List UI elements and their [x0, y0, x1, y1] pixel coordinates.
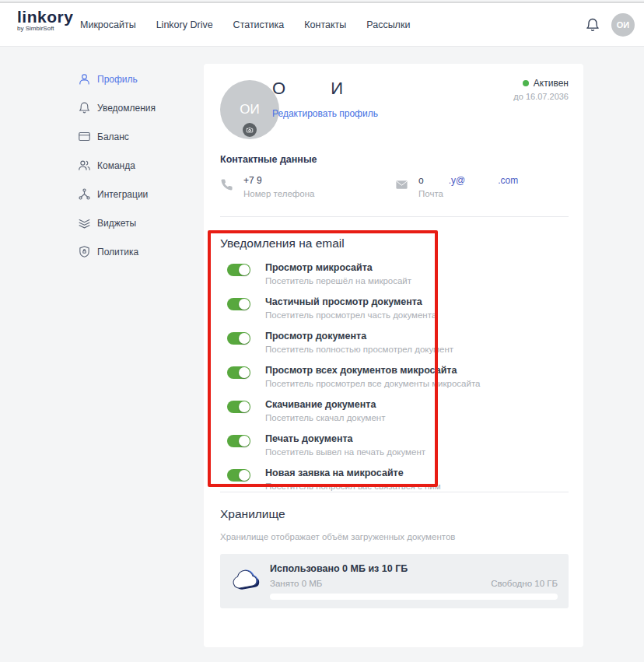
phone-value: +7 9	[243, 175, 314, 187]
storage-used-line: Использовано 0 МБ из 10 ГБ	[270, 563, 558, 574]
last-name: И	[331, 78, 343, 100]
notification-row-microsite-view: Просмотр микросайта Посетитель перешёл н…	[220, 262, 569, 285]
policy-shield-icon	[78, 245, 91, 258]
nav-item-mailings[interactable]: Рассылки	[366, 19, 410, 30]
card-icon	[78, 130, 91, 143]
sidebar-item-label: Команда	[97, 160, 135, 171]
storage-used-label: Занято 0 МБ	[270, 579, 322, 588]
profile-sidebar: Профиль Уведомления Баланс Команда	[78, 72, 194, 274]
toggle-partial-document-view[interactable]	[227, 298, 250, 310]
phone-icon	[220, 178, 233, 191]
nav-item-contacts[interactable]: Контакты	[304, 19, 346, 30]
notification-row-partial-document-view: Частичный просмотр документа Посетитель …	[220, 296, 569, 320]
toggle-microsite-view[interactable]	[227, 264, 250, 276]
sidebar-item-balance[interactable]: Баланс	[78, 130, 194, 143]
section-divider	[220, 492, 569, 492]
top-navbar: linkory by SimbirSoft Микросайты Linkory…	[0, 3, 644, 47]
cloud-icon	[231, 565, 262, 597]
contacts-title: Контактные данные	[220, 154, 569, 165]
storage-subtitle: Хранилище отображает объём загруженных д…	[220, 532, 569, 541]
integrations-icon	[78, 187, 91, 201]
edit-profile-link[interactable]: Редактировать профиль	[272, 108, 378, 119]
toggle-new-request[interactable]	[227, 469, 250, 482]
notifications-bell-icon[interactable]	[585, 17, 600, 33]
sidebar-item-label: Политика	[97, 247, 138, 257]
email-part-3: .com	[498, 175, 518, 186]
sidebar-item-notifications[interactable]: Уведомления	[78, 101, 194, 114]
storage-free-label: Свободно 10 ГБ	[491, 579, 558, 588]
sidebar-item-integrations[interactable]: Интеграции	[78, 187, 194, 201]
sidebar-item-label: Интеграции	[97, 189, 148, 200]
email-value: o.y@.com	[418, 175, 518, 187]
sidebar-item-label: Профиль	[97, 74, 138, 85]
status-label: Активен	[534, 78, 569, 89]
section-divider	[220, 216, 569, 217]
nav-item-linkory-drive[interactable]: Linkory Drive	[156, 19, 213, 30]
logo-name: linkory	[17, 8, 73, 26]
notification-row-document-download: Скачивание документа Посетитель скачал д…	[220, 399, 569, 422]
toggle-document-view[interactable]	[227, 332, 250, 345]
notification-row-all-documents-view: Просмотр всех документов микросайта Посе…	[220, 365, 569, 388]
bell-icon	[78, 101, 91, 114]
email-part-2: .y@	[449, 175, 466, 186]
sidebar-item-policy[interactable]: Политика	[78, 245, 194, 258]
profile-avatar[interactable]: ОИ	[220, 80, 279, 139]
nav-item-microsites[interactable]: Микросайты	[80, 19, 136, 30]
camera-icon	[246, 126, 254, 134]
toggle-document-print[interactable]	[227, 435, 250, 447]
email-label: Почта	[418, 189, 518, 198]
storage-title: Хранилище	[220, 507, 569, 521]
change-photo-button[interactable]	[243, 123, 257, 137]
main-nav: Микросайты Linkory Drive Статистика Конт…	[80, 3, 410, 47]
email-part-1: o	[418, 175, 424, 186]
email-notifications-section: Уведомления на email Просмотр микросайта…	[220, 236, 569, 502]
team-icon	[78, 159, 91, 172]
user-avatar[interactable]: ОИ	[611, 13, 635, 37]
nav-item-statistics[interactable]: Статистика	[233, 19, 285, 30]
sidebar-item-label: Баланс	[97, 131, 129, 142]
sidebar-item-label: Виджеты	[97, 218, 136, 229]
contacts-section: Контактные данные +7 9 Номер телефона	[220, 154, 569, 198]
sidebar-item-label: Уведомления	[97, 103, 156, 114]
notification-row-new-request: Новая заявка на микросайте Посетитель по…	[220, 468, 569, 491]
storage-progress-bar	[270, 594, 558, 600]
avatar-initials: ОИ	[240, 102, 259, 117]
profile-card: ОИ О И Редактировать профиль Активен до …	[204, 64, 583, 647]
toggle-all-documents-view[interactable]	[227, 366, 250, 379]
user-icon	[78, 72, 91, 86]
email-icon	[395, 178, 408, 191]
status-dot-icon	[523, 80, 529, 86]
storage-section: Хранилище Хранилище отображает объём заг…	[220, 507, 569, 608]
sidebar-item-team[interactable]: Команда	[78, 159, 194, 172]
first-name: О	[272, 78, 285, 100]
status-until: до 16.07.2036	[513, 92, 569, 101]
email-notifications-title: Уведомления на email	[220, 236, 569, 250]
notification-row-document-print: Печать документа Посетитель вывел на печ…	[220, 433, 569, 457]
profile-name: О И	[272, 78, 378, 100]
linkory-logo[interactable]: linkory by SimbirSoft	[17, 8, 73, 32]
sidebar-item-profile[interactable]: Профиль	[78, 72, 194, 86]
account-status: Активен до 16.07.2036	[513, 78, 569, 101]
toggle-document-download[interactable]	[227, 401, 250, 413]
phone-label: Номер телефона	[243, 189, 314, 198]
widgets-icon	[78, 216, 91, 229]
notification-row-document-view: Просмотр документа Посетитель полностью …	[220, 331, 569, 354]
phone-contact: +7 9 Номер телефона	[220, 175, 395, 198]
storage-card: Использовано 0 МБ из 10 ГБ Занято 0 МБ С…	[220, 554, 569, 608]
email-contact: o.y@.com Почта	[395, 175, 518, 198]
sidebar-item-widgets[interactable]: Виджеты	[78, 216, 194, 229]
